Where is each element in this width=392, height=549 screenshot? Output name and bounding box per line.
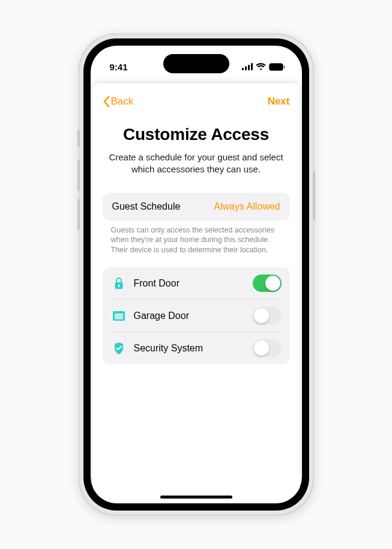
- svg-rect-12: [115, 314, 123, 315]
- phone-bezel: 9:41 Back Next Customize Access Cr: [83, 38, 309, 511]
- garage-door-toggle[interactable]: [253, 307, 282, 324]
- page-subtitle: Create a schedule for your guest and sel…: [106, 151, 286, 176]
- svg-rect-5: [270, 64, 282, 70]
- home-indicator[interactable]: [160, 496, 232, 499]
- screen: 9:41 Back Next Customize Access Cr: [91, 46, 302, 503]
- status-icons: [242, 63, 285, 71]
- battery-icon: [269, 63, 285, 71]
- accessory-row-garage-door: Garage Door: [111, 299, 282, 332]
- accessory-list: Front Door Garage Door: [103, 267, 290, 364]
- svg-rect-3: [251, 63, 253, 70]
- volume-down-button: [77, 199, 80, 230]
- svg-rect-0: [242, 68, 244, 70]
- page-title: Customize Access: [103, 125, 290, 144]
- next-button[interactable]: Next: [268, 96, 290, 108]
- back-label: Back: [111, 96, 134, 108]
- schedule-label: Guest Schedule: [112, 201, 181, 212]
- shield-check-icon: [111, 342, 127, 355]
- chevron-left-icon: [103, 96, 110, 108]
- security-system-toggle[interactable]: [253, 339, 282, 357]
- volume-up-button: [77, 160, 80, 191]
- garage-icon: [111, 311, 127, 321]
- svg-rect-9: [118, 285, 119, 287]
- accessory-label: Front Door: [134, 278, 253, 289]
- modal-sheet: Back Next Customize Access Create a sche…: [93, 83, 300, 503]
- wifi-icon: [256, 63, 266, 70]
- accessory-label: Garage Door: [134, 311, 253, 321]
- accessory-row-front-door: Front Door: [111, 267, 282, 299]
- sheet-background-peek: [97, 78, 296, 83]
- front-door-toggle[interactable]: [253, 274, 282, 292]
- side-button: [313, 172, 315, 220]
- schedule-value: Always Allowed: [214, 201, 280, 212]
- lock-icon: [111, 277, 127, 290]
- schedule-footer: Guests can only access the selected acce…: [111, 225, 282, 256]
- accessory-row-security-system: Security System: [111, 332, 282, 364]
- nav-bar: Back Next: [103, 91, 290, 112]
- action-button: [77, 130, 80, 147]
- svg-rect-1: [245, 67, 247, 71]
- back-button[interactable]: Back: [103, 96, 134, 108]
- status-time: 9:41: [110, 62, 128, 72]
- dynamic-island: [163, 54, 229, 73]
- svg-rect-14: [115, 317, 123, 318]
- cellular-icon: [242, 63, 253, 70]
- schedule-card[interactable]: Guest Schedule Always Allowed: [103, 193, 290, 220]
- svg-rect-13: [115, 315, 123, 317]
- svg-rect-2: [248, 65, 250, 70]
- phone-frame: 9:41 Back Next Customize Access Cr: [79, 34, 314, 515]
- svg-rect-6: [284, 65, 285, 68]
- accessory-label: Security System: [134, 343, 253, 354]
